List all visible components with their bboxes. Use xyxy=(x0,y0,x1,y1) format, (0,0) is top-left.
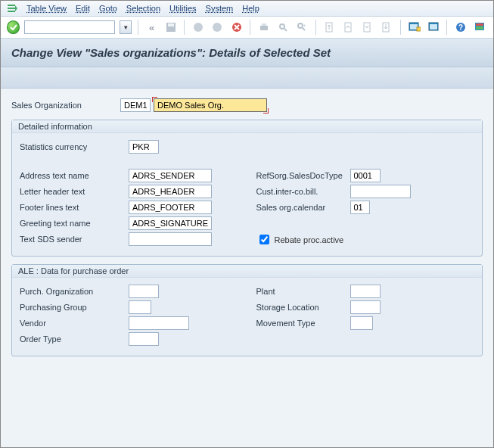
salescal-label: Sales org.calendar xyxy=(256,203,347,212)
stats-currency-label: Statistics currency xyxy=(20,142,126,151)
sales-org-name-wrap xyxy=(154,98,267,112)
customize-icon[interactable] xyxy=(473,20,487,35)
svg-line-11 xyxy=(284,29,287,31)
greet-field[interactable] xyxy=(129,216,212,230)
help-icon[interactable]: ? xyxy=(453,20,468,35)
svg-rect-17 xyxy=(364,23,370,32)
last-page-icon xyxy=(380,20,394,35)
sales-org-row: Sales Organization xyxy=(11,98,483,112)
menu-icon[interactable] xyxy=(7,3,17,14)
footer-label: Footer lines text xyxy=(20,203,126,212)
back-nav-icon xyxy=(191,20,205,35)
detailed-info-title: Detailed information xyxy=(12,120,482,133)
svg-point-6 xyxy=(213,23,222,32)
ale-title: ALE : Data for purchase order xyxy=(12,265,482,278)
layout-icon[interactable] xyxy=(426,20,440,35)
addr-field[interactable] xyxy=(129,169,212,182)
sds-field[interactable] xyxy=(129,232,212,246)
menu-goto[interactable]: Goto xyxy=(99,4,117,13)
svg-rect-21 xyxy=(417,27,421,31)
svg-point-10 xyxy=(280,24,284,29)
ale-group: ALE : Data for purchase order Purch. Org… xyxy=(11,264,483,356)
movetype-label: Movement Type xyxy=(256,319,347,328)
menu-utilities[interactable]: Utilities xyxy=(169,4,196,13)
purchorg-field[interactable] xyxy=(129,285,159,298)
addr-label: Address text name xyxy=(20,171,126,180)
find-next-icon: + xyxy=(295,20,309,35)
custinter-label: Cust.inter-co.bill. xyxy=(256,187,347,196)
new-session-icon[interactable] xyxy=(407,20,421,35)
menu-system[interactable]: System xyxy=(206,4,234,13)
storloc-label: Storage Location xyxy=(256,303,347,312)
greet-label: Greeting text name xyxy=(20,219,126,228)
letter-label: Letter header text xyxy=(20,187,126,196)
vendor-field[interactable] xyxy=(129,316,189,330)
plant-label: Plant xyxy=(256,287,347,296)
svg-rect-16 xyxy=(345,23,351,32)
enter-icon[interactable] xyxy=(7,20,20,34)
menu-help[interactable]: Help xyxy=(242,4,259,13)
refsorg-field[interactable] xyxy=(350,169,381,182)
salescal-field[interactable] xyxy=(350,201,370,214)
first-page-icon xyxy=(322,20,337,35)
svg-rect-23 xyxy=(430,24,437,30)
rebate-label: Rebate proc.active xyxy=(275,235,344,244)
vendor-label: Vendor xyxy=(20,319,126,328)
svg-rect-9 xyxy=(262,23,266,26)
svg-rect-2 xyxy=(8,11,15,12)
print-icon xyxy=(256,20,271,35)
svg-rect-8 xyxy=(260,26,268,30)
cancel-icon[interactable] xyxy=(229,20,244,35)
find-icon xyxy=(275,20,290,35)
stats-currency-field[interactable] xyxy=(129,140,159,154)
menu-selection[interactable]: Selection xyxy=(126,4,160,13)
plant-field[interactable] xyxy=(350,285,381,298)
storloc-field[interactable] xyxy=(350,300,381,314)
ale-left-col: Purch. Organization Purchasing Group Ven… xyxy=(20,282,238,348)
movetype-field[interactable] xyxy=(350,316,373,330)
svg-rect-1 xyxy=(8,8,15,9)
refsorg-label: RefSorg.SalesDocType xyxy=(256,171,347,180)
toolbar: ▾ « + xyxy=(1,17,493,39)
svg-point-5 xyxy=(194,23,203,32)
svg-rect-4 xyxy=(168,23,174,26)
purchgrp-field[interactable] xyxy=(129,300,151,314)
svg-line-13 xyxy=(303,28,305,30)
purchorg-label: Purch. Organization xyxy=(20,287,126,296)
svg-rect-27 xyxy=(476,23,483,26)
ordertype-field[interactable] xyxy=(129,332,159,346)
save-icon xyxy=(163,20,178,35)
back-icon[interactable]: « xyxy=(144,20,159,35)
exit-nav-icon xyxy=(210,20,225,35)
sds-label: Text SDS sender xyxy=(20,235,126,244)
sales-org-code[interactable] xyxy=(120,98,151,112)
rebate-checkbox[interactable] xyxy=(259,235,269,244)
ale-right-col: Plant Storage Location Movement Type xyxy=(256,282,475,348)
svg-text:+: + xyxy=(303,23,306,27)
form-area: Sales Organization Detailed information … xyxy=(1,89,493,364)
command-field[interactable] xyxy=(24,20,115,34)
sales-org-label: Sales Organization xyxy=(11,101,117,110)
detail-left-col: Address text name Letter header text Foo… xyxy=(20,166,238,248)
letter-field[interactable] xyxy=(129,185,212,198)
command-dropdown-icon[interactable]: ▾ xyxy=(120,20,131,34)
menu-edit[interactable]: Edit xyxy=(76,4,90,13)
next-page-icon xyxy=(360,20,374,35)
sap-window: Table View Edit Goto Selection Utilities… xyxy=(0,0,494,448)
svg-rect-28 xyxy=(476,26,483,30)
prev-page-icon xyxy=(341,20,356,35)
detailed-info-group: Detailed information Statistics currency… xyxy=(11,120,483,257)
detail-right-col: RefSorg.SalesDocType Cust.inter-co.bill.… xyxy=(256,166,475,248)
svg-point-12 xyxy=(298,23,303,28)
footer-field[interactable] xyxy=(129,201,212,214)
sales-org-name[interactable] xyxy=(154,98,267,112)
content-area: Change View "Sales organizations": Detai… xyxy=(1,39,493,447)
app-toolbar xyxy=(1,67,493,89)
menubar: Table View Edit Goto Selection Utilities… xyxy=(1,1,493,17)
custinter-field[interactable] xyxy=(350,185,411,198)
svg-rect-0 xyxy=(8,5,15,6)
purchgrp-label: Purchasing Group xyxy=(20,303,126,312)
ordertype-label: Order Type xyxy=(20,334,126,344)
page-title: Change View "Sales organizations": Detai… xyxy=(1,39,493,67)
menu-table-view[interactable]: Table View xyxy=(26,4,67,13)
